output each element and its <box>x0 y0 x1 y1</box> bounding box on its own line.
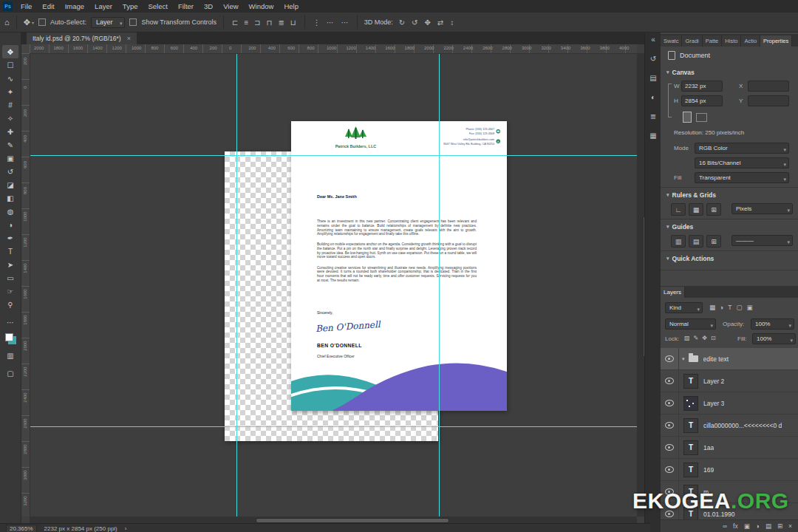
align-top-icon[interactable]: ⊓ <box>265 18 274 27</box>
move-tool-preset-icon[interactable]: ✥ <box>24 18 30 27</box>
dock-libraries-panel-icon[interactable]: ▤ <box>649 74 656 82</box>
toggle-rulers-icon[interactable]: ∟ <box>671 203 686 216</box>
delete-layer-icon[interactable]: × <box>788 522 792 530</box>
align-center-h-icon[interactable]: ≡ <box>242 18 250 27</box>
group-expand-arrow[interactable]: ▾ <box>682 356 685 362</box>
orientation-portrait-icon[interactable] <box>683 112 692 123</box>
foreground-color-swatch[interactable] <box>5 333 13 341</box>
grid-settings-icon[interactable]: ⊞ <box>706 203 721 216</box>
align-center-v-icon[interactable]: ≣ <box>276 18 285 27</box>
canvas-viewport[interactable]: Patrick Builders, LLC Phone: (555) 123-4… <box>30 53 637 516</box>
ruler-units-dropdown[interactable]: Pixels <box>732 203 793 214</box>
bit-depth-dropdown[interactable]: 16 Bits/Channel <box>695 157 789 168</box>
rulers-grids-section-header[interactable]: ▾ Rulers & Grids <box>666 191 716 199</box>
healing-brush-tool[interactable]: ✚ <box>2 125 18 138</box>
auto-select-checkbox[interactable] <box>38 18 46 26</box>
layer-visibility-toggle[interactable] <box>661 392 679 414</box>
edit-toolbar-icon[interactable]: ⋯ <box>2 316 18 329</box>
lock-pixels-icon[interactable]: ✎ <box>694 335 699 341</box>
close-icon[interactable]: × <box>127 35 131 42</box>
auto-select-target-dropdown[interactable]: Layer <box>91 17 126 28</box>
brush-tool[interactable]: ✎ <box>2 138 18 151</box>
width-input[interactable]: 2232 px <box>681 81 723 92</box>
dock-info-panel-icon[interactable]: ≣ <box>650 112 656 120</box>
distribute-horizontal-icon[interactable]: ⋯ <box>325 18 335 27</box>
menu-window[interactable]: Window <box>244 0 279 13</box>
link-dimensions-icon[interactable] <box>668 83 672 117</box>
layer-filter-kind-dropdown[interactable]: Kind <box>665 302 703 313</box>
layer-visibility-toggle[interactable] <box>661 437 679 458</box>
quick-selection-tool[interactable]: ✦ <box>2 85 18 98</box>
filter-type-layers-icon[interactable]: T <box>728 304 732 311</box>
align-left-icon[interactable]: ⊏ <box>231 18 239 27</box>
opacity-dropdown[interactable]: 100% <box>751 318 794 330</box>
guide-vertical[interactable] <box>236 53 237 516</box>
layer-effects-icon[interactable]: fx <box>733 522 738 530</box>
lock-transparency-icon[interactable]: ▨ <box>684 335 690 341</box>
layer-visibility-toggle[interactable] <box>661 348 679 369</box>
menu-image[interactable]: Image <box>60 0 89 13</box>
lock-all-icon[interactable]: ⊡ <box>711 335 716 341</box>
menu-filter[interactable]: Filter <box>173 0 199 13</box>
x-input[interactable] <box>748 81 789 92</box>
crop-tool[interactable]: # <box>2 98 18 112</box>
horizontal-scrollbar-thumb[interactable] <box>256 518 449 523</box>
orientation-landscape-icon[interactable] <box>696 113 707 122</box>
new-guide-layout-icon[interactable]: ▥ <box>671 235 686 248</box>
dodge-tool[interactable]: ◑ <box>2 218 18 231</box>
layer-row[interactable]: T1aa <box>661 437 798 459</box>
guide-from-shape-icon[interactable]: ▤ <box>689 235 703 248</box>
menu-3d[interactable]: 3D <box>199 0 218 13</box>
filter-smart-objects-icon[interactable]: ▣ <box>746 304 752 311</box>
quick-actions-section-header[interactable]: ▾ Quick Actions <box>666 255 714 262</box>
fill-opacity-dropdown[interactable]: 100% <box>752 333 796 344</box>
blur-tool[interactable]: ◍ <box>2 205 18 218</box>
clone-stamp-tool[interactable]: ▣ <box>2 151 18 165</box>
layer-group-icon[interactable]: ▤ <box>765 522 771 530</box>
pen-tool[interactable]: ✒ <box>2 231 18 245</box>
tab-swatches[interactable]: Swatc <box>661 35 682 47</box>
tab-actions[interactable]: Actio <box>741 35 760 47</box>
tab-properties[interactable]: Properties <box>760 35 792 47</box>
guide-horizontal[interactable] <box>30 426 637 427</box>
letter-document[interactable]: Patrick Builders, LLC Phone: (555) 123-4… <box>291 121 507 411</box>
menu-edit[interactable]: Edit <box>37 0 59 13</box>
canvas-section-header[interactable]: ▾ Canvas <box>666 69 695 76</box>
lock-position-icon[interactable]: ✥ <box>702 335 707 341</box>
hand-tool[interactable]: ☞ <box>2 284 18 298</box>
tab-history[interactable]: Histo <box>722 35 741 47</box>
dock-color-panel-icon[interactable]: ▦ <box>649 132 656 140</box>
guide-vertical[interactable] <box>439 53 440 516</box>
more-align-options-icon[interactable]: ⋯ <box>340 18 350 27</box>
tab-gradients[interactable]: Gradi <box>682 35 702 47</box>
3d-scale-icon[interactable]: ↕ <box>449 18 455 27</box>
eyedropper-tool[interactable]: ✧ <box>2 112 18 125</box>
toggle-grid-icon[interactable]: ▦ <box>689 203 703 216</box>
link-layers-icon[interactable]: ∞ <box>723 522 727 530</box>
layer-visibility-toggle[interactable] <box>661 415 679 436</box>
3d-orbit-icon[interactable]: ↻ <box>398 18 406 27</box>
align-right-icon[interactable]: ⊐ <box>253 18 262 27</box>
distribute-vertical-icon[interactable]: ⋮ <box>312 18 322 27</box>
menu-select[interactable]: Select <box>143 0 172 13</box>
blend-mode-dropdown[interactable]: Normal <box>665 318 716 330</box>
gradient-tool[interactable]: ◧ <box>2 191 18 205</box>
height-input[interactable]: 2854 px <box>681 95 723 106</box>
3d-pan-icon[interactable]: ✥ <box>423 18 432 27</box>
layer-visibility-toggle[interactable] <box>661 370 679 392</box>
filter-shape-layers-icon[interactable]: ▢ <box>736 304 742 311</box>
history-brush-tool[interactable]: ↺ <box>2 165 18 178</box>
clear-guides-icon[interactable]: ⊞ <box>706 235 721 248</box>
horizontal-scrollbar[interactable] <box>30 516 637 523</box>
eraser-tool[interactable]: ◪ <box>2 178 18 191</box>
menu-view[interactable]: View <box>218 0 243 13</box>
layer-row[interactable]: Tcilla0000000...<<<<<<<<0 d <box>661 415 798 437</box>
new-layer-icon[interactable]: ⊞ <box>777 522 782 530</box>
guide-horizontal[interactable] <box>30 155 637 156</box>
show-transform-checkbox[interactable] <box>129 18 137 26</box>
y-input[interactable] <box>748 95 789 106</box>
menu-type[interactable]: Type <box>117 0 143 13</box>
menu-help[interactable]: Help <box>279 0 304 13</box>
shape-tool[interactable]: ▭ <box>2 271 18 284</box>
menu-file[interactable]: File <box>16 0 37 13</box>
